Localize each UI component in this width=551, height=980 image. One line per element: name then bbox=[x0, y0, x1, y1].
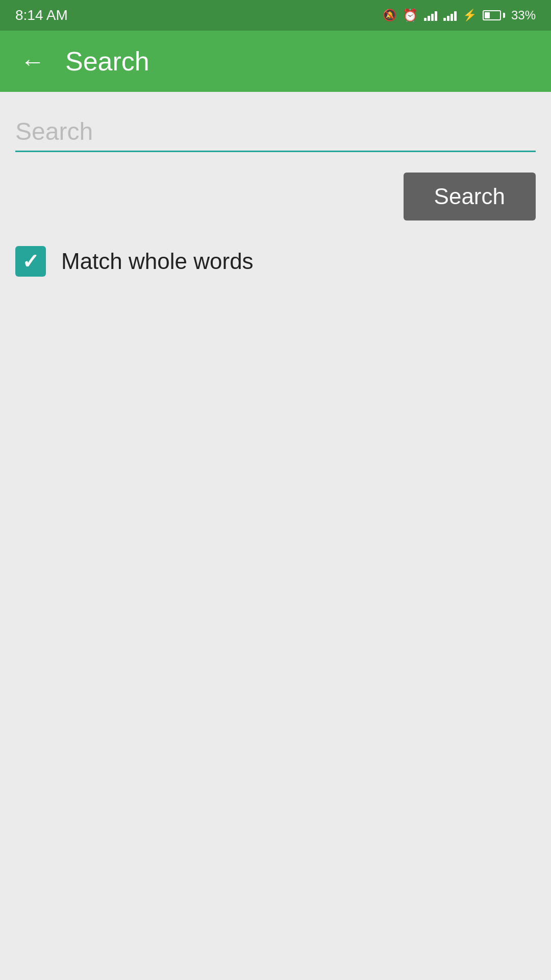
search-button-row: Search bbox=[15, 173, 536, 220]
match-whole-words-label: Match whole words bbox=[61, 249, 254, 274]
app-bar: ← Search bbox=[0, 31, 551, 92]
search-input-container bbox=[15, 112, 536, 152]
signal-bars-2 bbox=[443, 10, 457, 21]
alarm-icon: ⏰ bbox=[403, 8, 418, 22]
signal-bars-1 bbox=[424, 10, 437, 21]
status-time: 8:14 AM bbox=[15, 7, 68, 23]
status-icons: 🔕 ⏰ ⚡ 33% bbox=[383, 8, 536, 22]
search-button[interactable]: Search bbox=[404, 173, 536, 220]
status-bar: 8:14 AM 🔕 ⏰ ⚡ 33% bbox=[0, 0, 551, 31]
battery-percentage: 33% bbox=[511, 8, 536, 22]
vibrate-icon: 🔕 bbox=[383, 9, 396, 22]
match-whole-words-row: ✓ Match whole words bbox=[15, 246, 536, 277]
search-input[interactable] bbox=[15, 112, 536, 152]
match-whole-words-checkbox[interactable]: ✓ bbox=[15, 246, 46, 277]
charging-icon: ⚡ bbox=[463, 9, 477, 22]
match-whole-words-checkbox-container[interactable]: ✓ Match whole words bbox=[15, 246, 254, 277]
content-area: Search ✓ Match whole words bbox=[0, 92, 551, 292]
back-arrow-icon: ← bbox=[20, 47, 45, 76]
app-bar-title: Search bbox=[65, 46, 149, 77]
battery-icon bbox=[483, 10, 505, 20]
back-button[interactable]: ← bbox=[15, 42, 50, 81]
checkmark-icon: ✓ bbox=[22, 250, 39, 273]
